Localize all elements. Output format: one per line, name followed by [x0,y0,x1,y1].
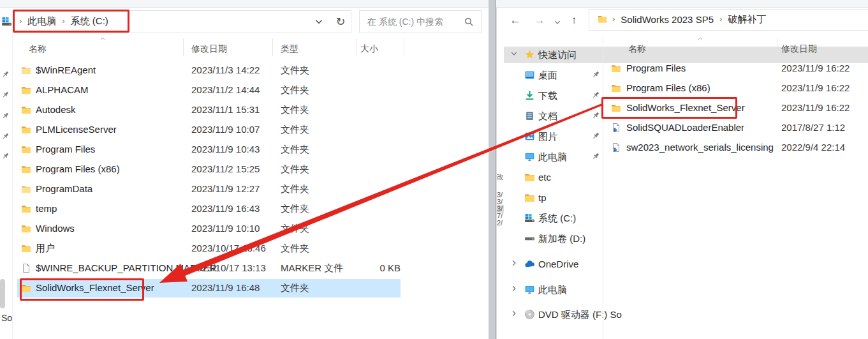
file-date: 2023/11/9 16:43 [191,203,260,214]
file-name[interactable]: SolidWorks_Flexnet_Server [36,282,154,293]
column-header[interactable]: 大小 [360,43,378,55]
column-divider[interactable] [404,38,404,56]
breadcrumb[interactable]: ›SolidWorks 2023 SP5›破解补丁 [612,13,766,26]
file-row[interactable]: Program Files 2023/11/9 10:43 文件夹 [0,140,489,160]
file-name[interactable]: $WinREAgent [36,64,96,75]
file-name[interactable]: Program Files [626,63,686,73]
file-name[interactable]: sw2023_network_serials_licensing [626,142,774,153]
search-icon[interactable] [464,17,474,27]
breadcrumb-separator-icon: › [19,16,22,26]
column-header[interactable]: 名称 [628,43,646,55]
up-button[interactable]: ↑ [566,13,582,28]
column-divider[interactable] [183,38,184,56]
sidebar-item[interactable]: tp [504,190,868,206]
file-row[interactable]: $WinREAgent 2023/11/3 14:22 文件夹 [0,61,489,80]
file-row[interactable]: PLMLicenseServer 2023/11/9 10:07 文件夹 [0,120,489,140]
file-row[interactable]: Program Files 2023/11/9 16:22 [504,59,868,79]
sidebar-item[interactable]: 新加卷 (D:) [504,230,868,247]
folder-icon [21,124,31,135]
history-dropdown-button[interactable] [550,15,565,30]
sliver-date-fragment: 2/ [497,219,504,227]
file-row[interactable]: SolidSQUADLoaderEnabler 2017/8/27 1:12 [504,118,868,138]
file-name[interactable]: SolidWorks_Flexnet_Server [626,102,745,113]
drive-windows-icon [1,16,12,27]
refresh-button[interactable]: ↻ [333,14,348,29]
file-type: 文件夹 [281,64,309,77]
file-name[interactable]: 用户 [36,243,55,255]
file-date: 2023/11/2 15:25 [191,163,260,174]
chevron-right-icon[interactable] [510,310,518,317]
column-header[interactable]: 类型 [281,43,298,55]
file-type: 文件夹 [281,163,309,176]
search-box[interactable]: 在 系统 (C:) 中搜索 [359,10,482,33]
folder-icon [21,283,31,293]
file-date: 2023/11/9 10:10 [191,223,260,234]
file-row[interactable]: Program Files (x86) 2023/11/9 16:22 [504,79,868,98]
sidebar-item[interactable]: etc [504,169,868,186]
file-date: 2023/10/17 13:46 [191,243,266,253]
folder-icon [524,192,535,203]
breadcrumb-item[interactable]: 破解补丁 [728,13,766,26]
file-name[interactable]: SolidSQUADLoaderEnabler [626,122,744,133]
breadcrumb-item[interactable]: SolidWorks 2023 SP5 [621,14,714,25]
file-row[interactable]: SolidWorks_Flexnet_Server 2023/11/9 16:2… [504,98,868,118]
background-window-sliver: 改日期3/3/3/7/2/ [496,8,504,339]
file-name[interactable]: temp [36,203,57,214]
address-dropdown-button[interactable] [311,14,327,29]
file-row[interactable]: SolidWorks_Flexnet_Server 2023/11/9 16:4… [0,278,489,298]
sidebar-item[interactable]: DVD 驱动器 (F:) So [504,306,868,323]
file-date: 2023/11/9 16:48 [191,282,260,293]
file-name[interactable]: Program Files [36,144,95,154]
file-name[interactable]: Windows [36,223,75,234]
file-row[interactable]: sw2023_network_serials_licensing 2022/9/… [504,138,868,158]
top-window-strip [0,0,868,8]
file-type: MARKER 文件 [281,262,343,275]
column-header[interactable]: 修改日期 [781,43,817,55]
column-divider[interactable] [777,38,777,56]
file-name[interactable]: PLMLicenseServer [36,124,117,135]
file-row[interactable]: Windows 2023/11/9 10:10 文件夹 [0,219,489,239]
file-row[interactable]: ProgramData 2023/11/9 12:27 文件夹 [0,179,489,199]
file-row[interactable]: Autodesk 2023/11/1 15:31 文件夹 [0,100,489,120]
file-type: 文件夹 [281,183,309,195]
file-date: 2017/8/27 1:12 [781,122,845,133]
file-name[interactable]: Program Files (x86) [36,163,120,174]
forward-button[interactable]: → [532,13,547,28]
breadcrumb-item[interactable]: 此电脑 [27,15,56,27]
file-date: 2023/11/9 10:07 [191,124,260,135]
sidebar-item[interactable]: 网络 [504,336,868,339]
left-nav-clipped-item[interactable]: So [1,313,12,323]
file-row[interactable]: temp 2023/11/9 16:43 文件夹 [0,199,489,219]
sidebar-item[interactable]: 此电脑 [504,282,868,298]
breadcrumb[interactable]: ›此电脑›系统 (C:) [19,15,108,27]
sidebar-item[interactable]: 系统 (C:) [504,210,868,227]
chevron-down-icon[interactable] [510,50,518,57]
column-divider[interactable] [356,38,357,56]
file-type: 文件夹 [281,144,309,156]
sidebar-item[interactable]: OneDrive [504,256,868,273]
breadcrumb-item[interactable]: 系统 (C:) [71,15,108,27]
file-row[interactable]: ALPHACAM 2023/11/2 14:44 文件夹 [0,80,489,100]
file-name[interactable]: Program Files (x86) [626,82,710,93]
file-row[interactable]: 用户 2023/10/17 13:46 文件夹 [0,239,489,259]
folder-icon [21,164,31,174]
file-name[interactable]: Autodesk [36,104,76,115]
file-name[interactable]: $WINRE_BACKUP_PARTITION.MARKER [36,262,217,273]
chevron-right-icon[interactable] [510,285,518,292]
explorer-window-right: ← → ↑ ›SolidWorks 2023 SP5›破解补丁 快速访问 桌面 … [504,8,868,339]
column-header[interactable]: 修改日期 [191,43,227,55]
sidebar-item-label: etc [538,172,551,183]
column-header[interactable]: 名称 [29,43,47,55]
breadcrumb-separator-icon: › [719,14,722,24]
file-date: 2023/11/9 10:43 [191,144,260,154]
file-name[interactable]: ALPHACAM [36,84,89,95]
file-row[interactable]: $WINRE_BACKUP_PARTITION.MARKER 2023/10/1… [0,259,489,278]
folder-icon [21,243,31,253]
chevron-down-icon [314,17,323,26]
column-divider[interactable] [272,38,273,56]
file-name[interactable]: ProgramData [36,183,92,194]
back-button[interactable]: ← [508,13,523,28]
chevron-right-icon[interactable] [510,259,518,267]
file-row[interactable]: Program Files (x86) 2023/11/2 15:25 文件夹 [0,160,489,179]
file-type: 文件夹 [281,203,309,215]
